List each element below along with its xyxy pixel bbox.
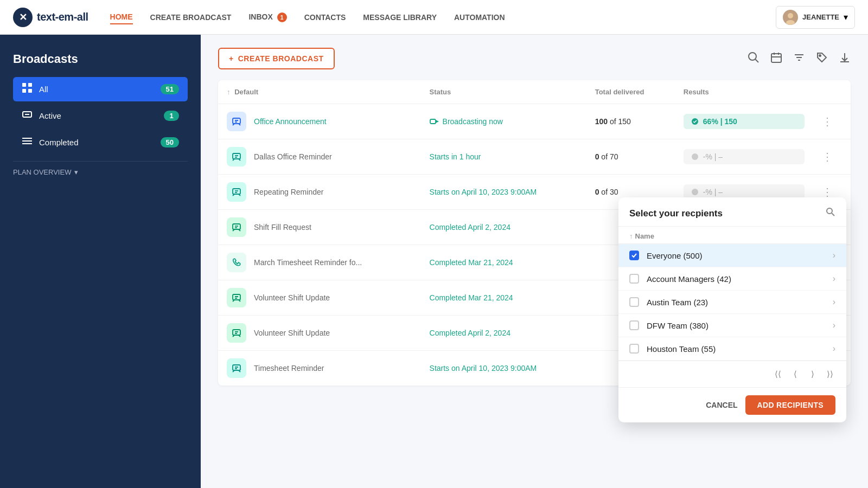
broadcast-icon bbox=[227, 147, 246, 166]
status-cell: Broadcasting now bbox=[430, 117, 578, 126]
nav-home[interactable]: HOME bbox=[110, 10, 133, 24]
col-status: Status bbox=[421, 80, 586, 104]
dropdown-recipient-item[interactable]: Account Managers (42) › bbox=[618, 267, 846, 291]
status-cell: Starts on April 10, 2023 9:00AM bbox=[430, 188, 537, 196]
page-prev-button[interactable]: ⟨ bbox=[788, 367, 803, 382]
status-cell-wrapper: Starts on April 10, 2023 9:00AM bbox=[421, 351, 586, 386]
dropdown-recipient-item[interactable]: Austin Team (23) › bbox=[618, 291, 846, 314]
chevron-right-icon: › bbox=[833, 320, 835, 330]
row-menu-icon[interactable]: ⋮ bbox=[822, 186, 833, 198]
recipient-checkbox[interactable] bbox=[629, 274, 639, 284]
status-cell-wrapper: Broadcasting now bbox=[421, 104, 586, 139]
status-cell: Starts in 1 hour bbox=[430, 152, 481, 161]
status-cell-wrapper: Completed Mar 21, 2024 bbox=[421, 245, 586, 280]
results-text: -% | – bbox=[703, 152, 723, 161]
dropdown-pagination: ⟨⟨ ⟨ ⟩ ⟩⟩ bbox=[618, 361, 846, 387]
nav-create-broadcast[interactable]: CREATE BROADCAST bbox=[150, 11, 232, 24]
broadcast-name[interactable]: March Timesheet Reminder fo... bbox=[254, 258, 362, 267]
svg-rect-33 bbox=[233, 189, 240, 194]
svg-rect-4 bbox=[28, 83, 32, 87]
sidebar-item-active-badge: 1 bbox=[164, 111, 179, 121]
broadcast-name[interactable]: Volunteer Shift Update bbox=[254, 329, 330, 337]
svg-point-32 bbox=[692, 153, 698, 160]
svg-rect-9 bbox=[22, 138, 32, 139]
broadcast-name[interactable]: Office Announcement bbox=[254, 117, 327, 126]
row-menu-icon[interactable]: ⋮ bbox=[822, 115, 833, 127]
plan-overview-chevron-icon: ▾ bbox=[74, 168, 78, 176]
dropdown-recipient-item[interactable]: Everyone (500) › bbox=[618, 244, 846, 267]
broadcast-name[interactable]: Volunteer Shift Update bbox=[254, 293, 330, 302]
broadcast-name[interactable]: Timesheet Reminder bbox=[254, 364, 324, 373]
svg-rect-37 bbox=[233, 224, 240, 229]
name-cell: Repeating Reminder bbox=[218, 175, 421, 210]
row-menu-icon[interactable]: ⋮ bbox=[822, 151, 833, 163]
svg-line-13 bbox=[756, 59, 759, 62]
sidebar-item-all-label: All bbox=[39, 85, 154, 94]
svg-line-50 bbox=[832, 213, 834, 216]
content-area: + CREATE BROADCAST bbox=[201, 35, 868, 488]
logo: ✕ text-em-all bbox=[13, 8, 88, 27]
sidebar-title: Broadcasts bbox=[13, 52, 188, 66]
search-icon[interactable] bbox=[748, 52, 760, 66]
dropdown-recipient-item[interactable]: DFW Team (380) › bbox=[618, 314, 846, 337]
status-cell: Completed April 2, 2024 bbox=[430, 223, 510, 232]
delivered-total: 70 bbox=[610, 152, 618, 161]
status-cell-wrapper: Starts in 1 hour bbox=[421, 139, 586, 175]
sidebar-item-completed-badge: 50 bbox=[161, 137, 179, 147]
status-cell: Completed Mar 21, 2024 bbox=[430, 258, 513, 267]
sidebar-item-active[interactable]: Active 1 bbox=[13, 104, 188, 128]
tag-icon[interactable] bbox=[816, 52, 828, 66]
page-last-button[interactable]: ⟩⟩ bbox=[822, 367, 838, 382]
svg-rect-29 bbox=[233, 153, 240, 159]
filter-icon[interactable] bbox=[793, 52, 805, 66]
broadcast-icon bbox=[227, 288, 246, 307]
name-cell: Volunteer Shift Update bbox=[218, 316, 421, 351]
recipient-checkbox[interactable] bbox=[629, 251, 639, 260]
svg-rect-40 bbox=[233, 294, 240, 300]
download-icon[interactable] bbox=[839, 52, 851, 66]
create-broadcast-button[interactable]: + CREATE BROADCAST bbox=[218, 48, 335, 69]
broadcast-name[interactable]: Repeating Reminder bbox=[254, 188, 323, 196]
add-recipients-button[interactable]: ADD RECIPIENTS bbox=[745, 395, 835, 415]
col-actions bbox=[813, 80, 851, 104]
results-bar: -% | – bbox=[684, 149, 805, 164]
dropdown-search-icon[interactable] bbox=[826, 207, 835, 220]
broadcast-icon bbox=[227, 112, 246, 131]
sidebar-item-all-badge: 51 bbox=[161, 84, 179, 94]
plan-overview[interactable]: PLAN OVERVIEW ▾ bbox=[13, 168, 188, 176]
nav-automation[interactable]: AUTOMATION bbox=[454, 11, 505, 24]
actions-cell: ⋮ bbox=[813, 139, 851, 175]
plus-icon: + bbox=[229, 54, 234, 63]
page-first-button[interactable]: ⟨⟨ bbox=[770, 367, 786, 382]
table-header-row: ↑ Default Status Total delivered Results bbox=[218, 80, 851, 104]
sidebar-item-all[interactable]: All 51 bbox=[13, 77, 188, 101]
results-cell: 66% | 150 bbox=[675, 104, 813, 139]
cancel-button[interactable]: CANCEL bbox=[706, 401, 737, 409]
dropdown-recipient-item[interactable]: Houston Team (55) › bbox=[618, 337, 846, 361]
sidebar-item-completed[interactable]: Completed 50 bbox=[13, 130, 188, 155]
nav-message-library[interactable]: MESSAGE LIBRARY bbox=[363, 11, 437, 24]
broadcast-name[interactable]: Shift Fill Request bbox=[254, 223, 311, 232]
delivered-total: 150 bbox=[618, 117, 631, 126]
name-cell: Dallas Office Reminder bbox=[218, 139, 421, 175]
inbox-badge: 1 bbox=[277, 12, 287, 22]
user-menu[interactable]: JEANETTE ▾ bbox=[776, 6, 855, 29]
svg-rect-6 bbox=[28, 89, 32, 93]
svg-rect-3 bbox=[22, 83, 26, 87]
recipient-checkbox[interactable] bbox=[629, 297, 639, 307]
chevron-right-icon: › bbox=[833, 251, 835, 260]
broadcast-icon bbox=[227, 323, 246, 343]
name-cell: Timesheet Reminder bbox=[218, 351, 421, 386]
svg-rect-11 bbox=[22, 143, 32, 144]
svg-rect-23 bbox=[233, 118, 240, 124]
status-cell-wrapper: Starts on April 10, 2023 9:00AM bbox=[421, 175, 586, 210]
nav-contacts[interactable]: CONTACTS bbox=[304, 11, 346, 24]
nav-inbox[interactable]: INBOX 1 bbox=[248, 10, 286, 24]
recipient-label: Everyone (500) bbox=[647, 251, 833, 260]
calendar-icon[interactable] bbox=[770, 52, 782, 66]
status-cell-wrapper: Completed April 2, 2024 bbox=[421, 210, 586, 245]
recipient-checkbox[interactable] bbox=[629, 344, 639, 354]
page-next-button[interactable]: ⟩ bbox=[805, 367, 820, 382]
broadcast-name[interactable]: Dallas Office Reminder bbox=[254, 152, 332, 161]
recipient-checkbox[interactable] bbox=[629, 320, 639, 330]
